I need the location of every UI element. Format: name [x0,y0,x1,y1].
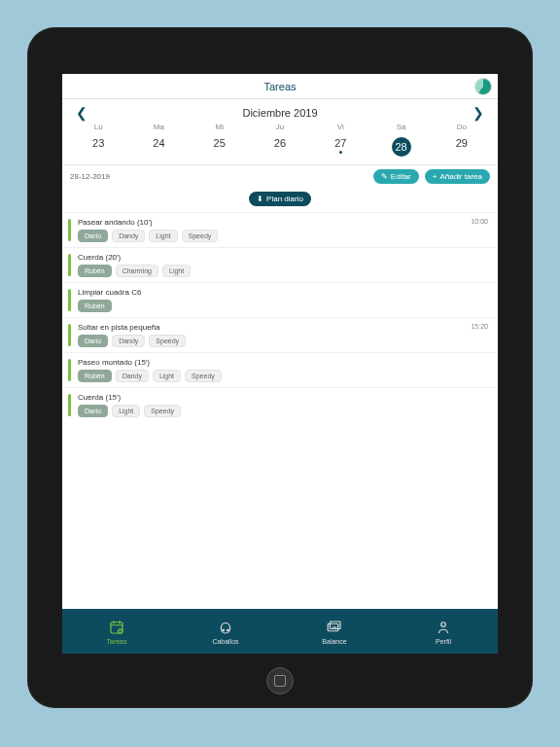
task-color-bar [68,359,71,381]
task-tag[interactable]: Darío [78,230,108,242]
task-title: Pasear andando (10') [78,218,153,227]
task-title: Cuerda (15') [78,393,121,402]
day-abbr: Mi [190,123,250,133]
task-tag[interactable]: Dandy [116,370,149,382]
plus-icon: + [433,172,438,181]
day-abbr: Vi [310,123,370,133]
day-abbr: Do [432,123,492,133]
app-logo-icon [474,78,492,95]
task-list[interactable]: Pasear andando (10')10:00DaríoDandyLight… [62,212,498,609]
page-title: Tareas [263,81,296,92]
task-tag[interactable]: Darío [78,405,108,417]
plan-diario-button[interactable]: ⬇ Plan diario [249,192,311,206]
plan-label: Plan diario [266,195,303,203]
nav-caballos[interactable]: Caballos [171,609,280,654]
task-title: Paseo montado (15') [78,358,150,367]
prev-week-button[interactable]: ❮ [76,105,88,121]
task-tag[interactable]: Speedy [185,370,222,382]
nav-perfil[interactable]: Perfil [389,609,498,654]
task-tag[interactable]: Light [153,370,181,382]
task-title: Limpiar cuadra C6 [78,288,141,297]
nav-label: Caballos [212,638,238,645]
svg-point-6 [441,622,446,626]
pencil-icon: ✎ [381,172,388,181]
task-tag[interactable]: Speedy [144,405,181,417]
task-tag[interactable]: Dandy [112,230,145,242]
task-item[interactable]: Pasear andando (10')10:00DaríoDandyLight… [62,212,498,247]
calendar-nav: ❮ Diciembre 2019 ❯ [62,99,498,123]
nav-label: Perfil [436,638,451,645]
selected-date-label: 28-12-2019 [70,172,368,181]
task-item[interactable]: Limpiar cuadra C6Rubén [62,282,498,317]
edit-label: Editar [391,172,411,181]
task-tag[interactable]: Speedy [182,230,219,242]
task-time: 10:00 [471,218,488,227]
topbar: Tareas [62,74,498,99]
task-tags: Rubén [72,300,488,312]
task-tags: DaríoDandyLightSpeedy [72,230,488,242]
task-tag[interactable]: Light [149,230,177,242]
task-tag[interactable]: Darío [78,335,108,347]
day-abbr: Ma [128,123,189,133]
week-days-row: 23242526272829 [62,133,498,164]
task-color-bar [68,324,71,346]
task-tag[interactable]: Speedy [149,335,186,347]
bottom-nav: TareasCaballosBalancePerfil [62,609,498,654]
home-button[interactable] [266,667,294,694]
month-label: Diciembre 2019 [242,107,317,119]
task-title: Cuerda (20') [78,253,121,262]
task-color-bar [68,394,71,416]
svg-point-3 [228,629,229,631]
task-item[interactable]: Soltar en pista pequeña15:20DaríoDandySp… [62,317,498,352]
task-tags: DaríoDandySpeedy [72,335,488,347]
task-item[interactable]: Paseo montado (15')RubénDandyLightSpeedy [62,352,498,387]
week-header-row: LuMaMiJuViSáDo [62,123,498,133]
task-color-bar [68,219,71,241]
nav-balance[interactable]: Balance [280,609,389,654]
day-cell[interactable]: 27 [310,133,370,164]
day-cell[interactable]: 26 [250,133,310,164]
task-tag[interactable]: Rubén [78,370,112,382]
task-tag[interactable]: Dandy [112,335,145,347]
device-frame: Tareas ❮ Diciembre 2019 ❯ LuMaMiJuViSáDo… [27,27,533,708]
plan-row: ⬇ Plan diario [62,188,498,212]
day-abbr: Ju [250,123,310,133]
task-color-bar [68,254,71,276]
date-actions-row: 28-12-2019 ✎ Editar + Añadir tarea [62,165,498,188]
screen: Tareas ❮ Diciembre 2019 ❯ LuMaMiJuViSáDo… [62,74,498,654]
day-abbr: Lu [68,123,128,133]
task-tag[interactable]: Light [112,405,140,417]
task-tags: RubénCharmingLight [72,265,488,277]
nav-tareas[interactable]: Tareas [62,609,171,654]
task-title: Soltar en pista pequeña [78,323,160,332]
day-cell[interactable]: 23 [68,133,128,164]
task-time: 15:20 [471,323,488,332]
task-tag[interactable]: Light [162,265,191,277]
task-color-bar [68,289,71,311]
add-task-button[interactable]: + Añadir tarea [425,169,490,184]
task-tag[interactable]: Charming [116,265,158,277]
task-item[interactable]: Cuerda (15')DaríoLightSpeedy [62,387,498,422]
day-cell[interactable]: 24 [128,133,189,164]
nav-label: Tareas [106,638,126,645]
day-abbr: Sá [370,123,431,133]
download-icon: ⬇ [257,195,263,203]
task-tag[interactable]: Rubén [78,300,112,312]
nav-label: Balance [322,638,346,645]
day-cell[interactable]: 29 [432,133,492,164]
day-cell[interactable]: 25 [190,133,250,164]
add-label: Añadir tarea [439,172,482,181]
task-item[interactable]: Cuerda (20')RubénCharmingLight [62,247,498,282]
svg-point-2 [223,629,225,631]
task-tags: RubénDandyLightSpeedy [72,370,488,382]
day-cell[interactable]: 28 [370,133,431,164]
next-week-button[interactable]: ❯ [472,105,484,121]
task-tags: DaríoLightSpeedy [72,405,488,417]
edit-button[interactable]: ✎ Editar [373,169,419,184]
task-tag[interactable]: Rubén [78,265,112,277]
